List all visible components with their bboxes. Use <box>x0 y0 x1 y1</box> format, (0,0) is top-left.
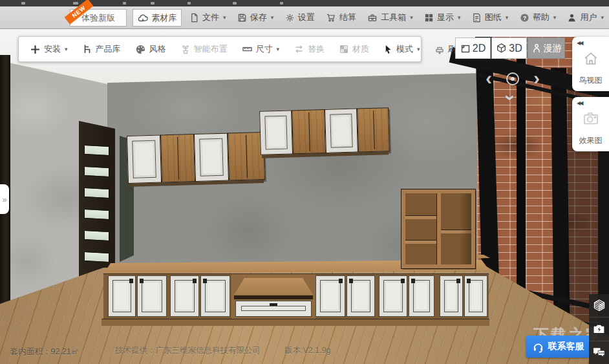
contact-service-button[interactable]: 联系客服 <box>526 336 590 358</box>
tv-cabinet-drawer[interactable] <box>235 301 312 317</box>
ruler-icon <box>242 44 253 54</box>
menu-item-help[interactable]: ? 帮助▾ <box>520 12 557 23</box>
door-glass-slat <box>84 252 109 262</box>
render-view-label: 效果图 <box>572 135 609 146</box>
nav-gizmo[interactable]: ‹ › › › <box>486 52 540 106</box>
user-icon <box>567 13 577 23</box>
tool-mode[interactable]: 模式▾ <box>376 37 427 61</box>
door-glass-slat <box>84 145 109 156</box>
brush-icon <box>434 44 445 54</box>
model-cube-button[interactable] <box>589 294 609 317</box>
bird-view-label: 鸟视图 <box>572 75 609 86</box>
cabinet-door[interactable] <box>464 275 487 317</box>
wall-cabinet-left[interactable] <box>127 132 265 184</box>
tool-style[interactable]: 风格 <box>128 37 173 61</box>
menu-item-checkout[interactable]: 结算 <box>326 12 356 23</box>
viewport-3d[interactable]: ‹ › › › <box>0 29 609 364</box>
menu-item-file[interactable]: 文件▾ <box>189 12 226 23</box>
toolbox-icon <box>367 13 378 23</box>
tool-product-library[interactable]: 产品库 <box>75 37 128 61</box>
tool-material[interactable]: 材质 <box>332 37 376 61</box>
cabinet-door[interactable] <box>347 275 375 317</box>
cabinet-door[interactable] <box>200 275 230 317</box>
wall-cabinet-door[interactable] <box>357 107 390 152</box>
wall-cabinet-door[interactable] <box>325 109 358 153</box>
tv-cabinet-open-shelf[interactable] <box>231 274 315 320</box>
menu-item-display[interactable]: 显示▾ <box>424 12 461 23</box>
swap-arrows-icon <box>294 44 304 54</box>
svg-text:?: ? <box>523 14 526 21</box>
collapse-arrows-icon[interactable]: ◀◀ <box>577 100 582 106</box>
wall-cabinet-door[interactable] <box>160 134 195 182</box>
gizmo-center-target[interactable] <box>506 72 519 85</box>
save-icon <box>237 13 247 23</box>
menu-item-user[interactable]: 用户▾ <box>567 12 604 23</box>
gear-icon <box>285 13 295 23</box>
plant-icon <box>180 44 191 54</box>
app-window: ‹ › › › 体验新版 NEW 素材库 <box>0 0 609 364</box>
cube-3d-icon <box>496 43 507 54</box>
cart-icon <box>326 13 336 23</box>
door-glass-slat <box>84 187 109 198</box>
tool-smart-layout[interactable]: 智能布置 <box>173 37 235 61</box>
material-library-button[interactable]: 素材库 <box>133 9 182 27</box>
contact-service-label: 联系客服 <box>548 341 584 352</box>
cabinet-door[interactable] <box>108 275 136 317</box>
area-readout: 套内面积：92.21㎡ <box>10 347 79 358</box>
render-view-panel: ◀◀ 效果图 <box>572 97 609 151</box>
shelf-shade <box>460 193 471 264</box>
cabinet-door[interactable] <box>379 275 407 317</box>
collapse-arrows-icon[interactable]: ◀◀ <box>577 40 582 46</box>
gizmo-right-arrow-icon[interactable]: › <box>533 69 540 88</box>
plus-icon <box>30 44 41 55</box>
rubik-cube-icon <box>592 299 606 313</box>
provider-credit: 技术提供：广东三维家信息科技有限公司 <box>115 345 261 356</box>
camera-icon[interactable] <box>572 110 609 127</box>
chat-bubbles-icon <box>592 346 606 359</box>
open-shelf-unit[interactable] <box>401 189 475 268</box>
file-icon <box>189 13 199 23</box>
gizmo-down-arrow-icon[interactable]: › <box>501 94 520 101</box>
tool-dimensions[interactable]: 尺寸▾ <box>235 37 287 61</box>
view-2d-button[interactable]: 2D <box>455 37 491 59</box>
interior-door[interactable] <box>77 120 117 279</box>
tv-shelf-surface <box>234 278 313 295</box>
roam-mode-button[interactable]: 漫游 <box>528 37 565 59</box>
tv-cabinet[interactable] <box>103 273 489 319</box>
chat-button[interactable] <box>589 341 609 364</box>
camera-flash-icon <box>592 322 606 336</box>
grid-icon <box>424 13 434 23</box>
palette-icon <box>135 44 146 55</box>
wall-cabinet-door[interactable] <box>127 135 162 184</box>
wall-cabinet-right[interactable] <box>259 107 390 155</box>
cabinet-door[interactable] <box>137 275 167 317</box>
tool-install[interactable]: 安装▾ <box>23 37 75 61</box>
gizmo-left-arrow-icon[interactable]: ‹ <box>486 69 492 88</box>
snapshot-button[interactable] <box>589 317 609 341</box>
house-icon[interactable] <box>572 50 609 67</box>
left-panel-expand-tab[interactable]: » <box>0 184 9 214</box>
material-library-label: 素材库 <box>152 12 177 24</box>
cabinet-door[interactable] <box>440 275 463 317</box>
menu-item-toolbox[interactable]: 工具箱▾ <box>367 12 413 23</box>
chair-icon <box>82 44 92 54</box>
menu-item-settings[interactable]: 设置 <box>285 12 315 23</box>
wall-cabinet-door[interactable] <box>228 132 265 181</box>
menubar: 体验新版 NEW 素材库 文件▾ 保存▾ <box>0 6 609 29</box>
tool-replace[interactable]: 替换 <box>286 37 332 61</box>
wall-cabinet-door[interactable] <box>292 109 326 154</box>
menu-item-drawings[interactable]: 图纸▾ <box>472 12 509 23</box>
cloud-icon <box>138 13 148 23</box>
cabinet-door[interactable] <box>170 275 199 317</box>
cabinet-door[interactable] <box>409 275 434 317</box>
person-icon <box>531 43 542 54</box>
menu-item-save[interactable]: 保存▾ <box>237 12 274 23</box>
checker-icon <box>339 44 349 54</box>
wall-cabinet-door[interactable] <box>259 110 293 155</box>
shelf-board <box>405 240 436 244</box>
cabinet-door[interactable] <box>315 275 345 317</box>
view-3d-button[interactable]: 3D <box>491 37 527 59</box>
shelf-divider <box>436 193 441 264</box>
wall-cabinet-door[interactable] <box>194 133 229 182</box>
door-glass-slat <box>84 166 109 177</box>
